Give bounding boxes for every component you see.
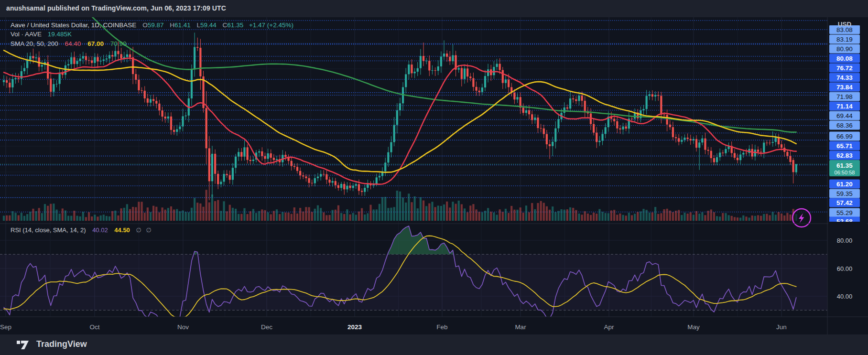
svg-text:83.19: 83.19 [836, 36, 853, 43]
svg-text:76.72: 76.72 [836, 65, 853, 72]
rsi-value: 40.02 [92, 226, 108, 234]
svg-text:61.35: 61.35 [836, 162, 853, 169]
price-alert-lines[interactable] [0, 21, 827, 212]
rsi-band [0, 254, 827, 310]
svg-text:68.36: 68.36 [836, 122, 853, 129]
time-axis-label: Sep [0, 323, 11, 331]
svg-text:80.90: 80.90 [836, 45, 853, 53]
time-axis-label: 2023 [347, 323, 362, 331]
rsi-axis-value: 40.00 [837, 293, 853, 300]
time-axis-label: Oct [89, 323, 99, 331]
sma20-value: 64.40 [65, 40, 81, 47]
svg-text:62.83: 62.83 [836, 152, 853, 159]
time-axis-label: Mar [515, 323, 526, 331]
price-axis-currency[interactable]: USD [838, 21, 852, 28]
volume-bars [3, 190, 797, 221]
high-label: H [170, 22, 174, 29]
sma-label: SMA 20, 50, 200 [11, 40, 58, 47]
tradingview-logo-icon[interactable] [16, 339, 31, 351]
tradingview-published-chart: anushsamal published on TradingView.com,… [0, 0, 868, 355]
symbol-legend-row[interactable]: Aave / United States Dollar, 1D, COINBAS… [11, 22, 293, 29]
rsi-empty-1: ∅ [136, 226, 141, 234]
chart-canvas[interactable]: 83.0883.1980.9080.0876.7274.3373.8471.98… [0, 17, 868, 334]
volume-label: Vol · AAVE [11, 31, 42, 38]
time-axis-label: Nov [177, 323, 189, 331]
close-label: C [223, 22, 228, 29]
svg-text:71.14: 71.14 [836, 103, 853, 110]
rsi-sma-value: 44.50 [114, 226, 130, 234]
svg-text:61.20: 61.20 [836, 181, 853, 188]
svg-text:74.33: 74.33 [836, 74, 853, 81]
boost-lightning-badge[interactable] [792, 209, 811, 227]
rsi-empty-2: ∅ [146, 226, 151, 234]
svg-text:69.44: 69.44 [836, 112, 853, 119]
time-axis[interactable]: SepOctNovDec2023FebMarAprMayJun [0, 323, 787, 331]
attribution-bar: anushsamal published on TradingView.com,… [0, 0, 868, 17]
low-label: L [197, 22, 201, 29]
svg-text:57.42: 57.42 [836, 199, 853, 206]
volume-value: 19.485K [48, 31, 72, 38]
svg-text:65.71: 65.71 [836, 142, 853, 150]
open-value: 59.87 [148, 22, 164, 29]
svg-text:59.35: 59.35 [836, 190, 853, 197]
rsi-label: RSI (14, close, SMA, 14, 2) [11, 226, 86, 234]
time-axis-label: Dec [261, 323, 272, 331]
close-value: 61.35 [227, 22, 243, 29]
time-axis-label: Jun [776, 323, 787, 331]
time-axis-label: May [687, 323, 700, 331]
rsi-axis-value: 80.00 [837, 237, 853, 244]
tradingview-wordmark[interactable]: TradingView [36, 339, 87, 349]
price-axis[interactable]: 83.0883.1980.9080.0876.7274.3373.8471.98… [828, 17, 867, 300]
time-axis-label: Apr [604, 323, 614, 331]
rsi-axis-value: 60.00 [837, 265, 853, 272]
time-axis-label: Feb [436, 323, 447, 331]
svg-text:66.99: 66.99 [836, 133, 853, 140]
open-label: O [142, 22, 148, 29]
sma50-value: 67.00 [87, 40, 104, 47]
attribution-text: anushsamal published on TradingView.com,… [6, 4, 226, 12]
svg-text:80.08: 80.08 [836, 55, 853, 62]
change-value: +1.47 (+2.45%) [249, 22, 293, 29]
high-value: 61.41 [174, 22, 191, 29]
sma-legend-row[interactable]: SMA 20, 50, 200 64.40 67.00 70.90 [11, 40, 127, 47]
footer-bar: TradingView [0, 334, 868, 355]
svg-text:71.98: 71.98 [836, 93, 853, 100]
svg-text:06:50:58: 06:50:58 [835, 170, 855, 175]
sma20-line [4, 58, 796, 184]
symbol-title: Aave / United States Dollar, 1D, COINBAS… [11, 22, 136, 29]
volume-legend-row[interactable]: Vol · AAVE 19.485K [11, 31, 72, 38]
sma200-value: 70.90 [110, 40, 127, 47]
low-value: 59.44 [200, 22, 217, 29]
svg-text:55.29: 55.29 [836, 209, 853, 216]
svg-text:73.84: 73.84 [836, 84, 853, 91]
rsi-legend-row[interactable]: RSI (14, close, SMA, 14, 2) 40.02 44.50 … [11, 226, 152, 234]
